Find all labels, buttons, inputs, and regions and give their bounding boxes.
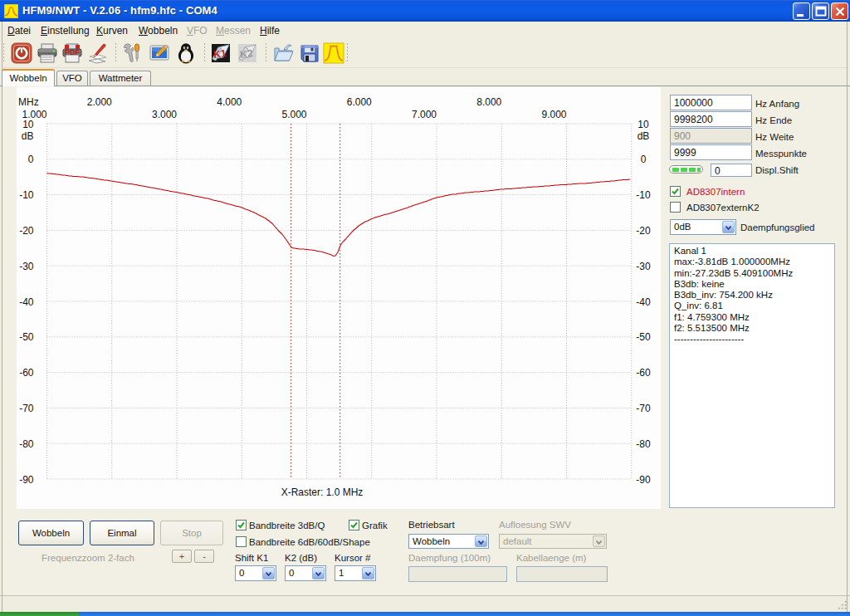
svg-text:3.000: 3.000 bbox=[152, 109, 177, 120]
svg-text:dB: dB bbox=[638, 130, 650, 142]
svg-text:-70: -70 bbox=[636, 403, 651, 414]
svg-text:K2: K2 bbox=[239, 47, 253, 61]
svg-text:0: 0 bbox=[641, 154, 647, 165]
svg-text:7.000: 7.000 bbox=[412, 109, 437, 120]
svg-text:-70: -70 bbox=[19, 403, 34, 414]
svg-text:dB: dB bbox=[22, 130, 34, 142]
svg-text:X-Raster: 1.0 MHz: X-Raster: 1.0 MHz bbox=[281, 486, 364, 498]
svg-text:-10: -10 bbox=[636, 189, 651, 201]
svg-text:-10: -10 bbox=[19, 189, 34, 201]
svg-text:-60: -60 bbox=[636, 367, 651, 379]
svg-text:-40: -40 bbox=[636, 296, 651, 308]
svg-text:-20: -20 bbox=[636, 225, 651, 237]
svg-text:-30: -30 bbox=[636, 261, 651, 272]
svg-text:-30: -30 bbox=[19, 261, 34, 272]
svg-text:6.000: 6.000 bbox=[347, 96, 372, 108]
svg-text:K1: K1 bbox=[212, 47, 227, 61]
svg-text:-80: -80 bbox=[636, 438, 651, 450]
svg-text:-50: -50 bbox=[19, 331, 34, 343]
svg-text:10: 10 bbox=[22, 119, 34, 130]
svg-text:PDF: PDF bbox=[65, 48, 81, 56]
svg-text:8.000: 8.000 bbox=[476, 96, 501, 108]
svg-text:9.000: 9.000 bbox=[541, 109, 566, 120]
svg-text:0: 0 bbox=[28, 154, 34, 165]
svg-text:-20: -20 bbox=[19, 225, 34, 237]
svg-text:4.000: 4.000 bbox=[217, 96, 242, 108]
svg-text:-50: -50 bbox=[636, 331, 651, 343]
svg-text:-80: -80 bbox=[19, 438, 34, 450]
svg-text:-90: -90 bbox=[636, 474, 651, 486]
svg-text:5.000: 5.000 bbox=[281, 109, 306, 120]
svg-text:MHz: MHz bbox=[18, 96, 39, 108]
svg-text:2.000: 2.000 bbox=[87, 96, 112, 108]
svg-text:-60: -60 bbox=[19, 367, 34, 379]
svg-text:-40: -40 bbox=[19, 296, 34, 308]
svg-text:-90: -90 bbox=[19, 474, 34, 486]
svg-text:10: 10 bbox=[638, 119, 649, 130]
